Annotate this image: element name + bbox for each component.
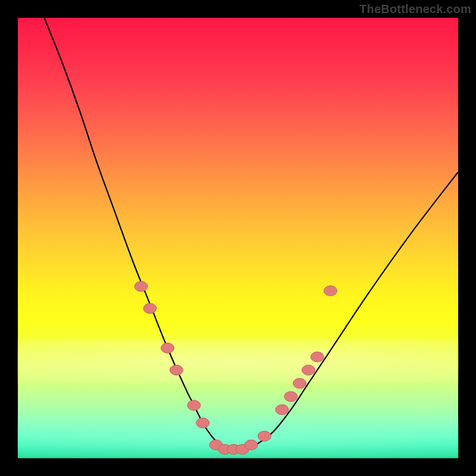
data-marker: [302, 365, 315, 375]
data-marker: [311, 352, 324, 362]
watermark-text: TheBottleneck.com: [359, 2, 471, 16]
bottleneck-curve: [44, 18, 458, 450]
marker-group: [134, 281, 337, 455]
chart-svg: [18, 18, 458, 458]
data-marker: [196, 418, 209, 428]
data-marker: [245, 440, 258, 450]
data-marker: [161, 343, 174, 353]
data-marker: [284, 392, 298, 402]
data-marker: [324, 286, 337, 296]
data-marker: [134, 281, 148, 292]
data-marker: [293, 378, 306, 389]
data-marker: [170, 365, 183, 375]
data-marker: [143, 303, 156, 314]
data-marker: [258, 431, 271, 441]
data-marker: [187, 400, 201, 411]
data-marker: [275, 405, 289, 415]
plot-area: [18, 18, 458, 458]
chart-frame: TheBottleneck.com: [0, 0, 476, 476]
